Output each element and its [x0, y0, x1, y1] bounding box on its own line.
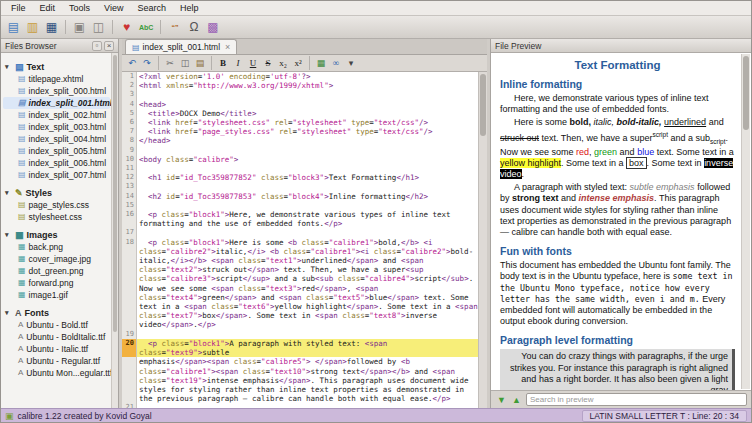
arrange-files-button[interactable]: ▩ — [204, 19, 221, 36]
code-line[interactable]: 4<head> — [122, 100, 478, 109]
preview-scrollbar[interactable] — [741, 54, 750, 389]
insert-special-character-icon: Ω — [189, 20, 198, 34]
code-editor[interactable]: 1<?xml version='1.0' encoding='utf-8'?>2… — [122, 72, 487, 408]
find-next-button[interactable]: ▲ — [510, 393, 523, 406]
create-checkpoint-button[interactable]: ▣ — [71, 19, 88, 36]
editor-scrollbar[interactable] — [478, 72, 487, 408]
code-line[interactable]: 1<?xml version='1.0' encoding='utf-8'?> — [122, 72, 478, 81]
file-item[interactable]: ▤index_split_006.html — [3, 157, 110, 169]
compare-book-icon: ◫ — [93, 20, 104, 34]
subscript-button[interactable]: x₂ — [276, 56, 290, 70]
close-tab-icon[interactable]: × — [225, 42, 230, 52]
find-previous-button[interactable]: ▼ — [495, 393, 508, 406]
files-scrollbar-thumb[interactable] — [113, 55, 117, 332]
main-toolbar: ▤▥▦▣◫♥AbC“”Ω▩ — [1, 16, 751, 39]
insert-tag-button[interactable]: ▾ — [344, 56, 358, 70]
file-item[interactable]: ▦back.png — [3, 241, 110, 253]
code-line[interactable]: 8</head> — [122, 136, 478, 145]
code-line[interactable]: 7 <link href="page_styles.css" rel="styl… — [122, 127, 478, 136]
close-panel-icon[interactable]: × — [104, 41, 114, 51]
menu-file[interactable]: File — [4, 2, 33, 14]
file-item[interactable]: ▦cover_image.jpg — [3, 253, 110, 265]
menu-tools[interactable]: Tools — [62, 2, 97, 14]
code-line[interactable]: 16 <p class="block1">Here, we demonstrat… — [122, 210, 478, 228]
html-file-icon: ▤ — [18, 122, 26, 132]
tree-section-fonts[interactable]: ▾AFonts — [3, 307, 110, 319]
file-item[interactable]: AUbuntu - Italic.ttf — [3, 343, 110, 355]
file-item[interactable]: ▦image1.gif — [3, 289, 110, 301]
underline-icon: U — [250, 58, 257, 68]
tree-section-styles[interactable]: ▾✎Styles — [3, 187, 110, 199]
code-line[interactable]: emphasis</span><span class="calibre5"> <… — [122, 357, 478, 403]
code-line[interactable]: 13 — [122, 182, 478, 191]
underline-button[interactable]: U — [246, 56, 260, 70]
spellcheck-button[interactable]: AbC — [137, 19, 155, 36]
insert-link-button[interactable]: ∞ — [329, 56, 343, 70]
undo-button[interactable]: ↶ — [125, 56, 139, 70]
bold-button[interactable]: B — [216, 56, 230, 70]
code-line[interactable]: 17 — [122, 228, 478, 237]
paste-button[interactable]: ▤ — [193, 56, 207, 70]
code-line[interactable]: 11 — [122, 164, 478, 173]
file-item[interactable]: ▤index_split_003.html — [3, 121, 110, 133]
file-item[interactable]: ▤stylesheet.css — [3, 211, 110, 223]
file-item[interactable]: ▤index_split_007.html — [3, 169, 110, 181]
insert-image-button[interactable]: ▦ — [314, 56, 328, 70]
superscript-button[interactable]: x² — [291, 56, 305, 70]
file-item[interactable]: ▤index_split_004.html — [3, 133, 110, 145]
file-item[interactable]: ▦dot_green.png — [3, 265, 110, 277]
italic-button[interactable]: I — [231, 56, 245, 70]
files-scrollbar[interactable] — [111, 53, 118, 408]
tab-index-split-001[interactable]: ▤ index_split_001.html × — [125, 39, 237, 54]
copy-button[interactable]: ◫ — [178, 56, 192, 70]
file-item[interactable]: ▤index_split_001.html — [3, 97, 110, 109]
preview-document[interactable]: Text FormattingInline formattingHere, we… — [491, 53, 751, 390]
menu-search[interactable]: Search — [130, 2, 173, 14]
tree-section-images[interactable]: ▾▦Images — [3, 229, 110, 241]
menu-edit[interactable]: Edit — [33, 2, 63, 14]
editor-scrollbar-thumb[interactable] — [480, 74, 486, 136]
file-item[interactable]: AUbuntu - BoldItalic.ttf — [3, 331, 110, 343]
tree-section-text[interactable]: ▾▤Text — [3, 61, 110, 73]
save-button[interactable]: ▦ — [43, 19, 60, 36]
status-left-text: calibre 1.22 created by Kovid Goyal — [18, 411, 152, 421]
code-line[interactable]: 14 <h2 id="id_Toc359877853" class="block… — [122, 192, 478, 201]
insert-special-character-button[interactable]: Ω — [185, 19, 202, 36]
code-line[interactable]: 9 — [122, 146, 478, 155]
code-line[interactable]: 15 — [122, 201, 478, 210]
code-line[interactable]: 10<body class="calibre"> — [122, 155, 478, 164]
smarten-punctuation-button[interactable]: “” — [166, 19, 183, 36]
file-item[interactable]: ▦forward.png — [3, 277, 110, 289]
file-item[interactable]: AUbuntu - Bold.ttf — [3, 319, 110, 331]
code-line[interactable]: 21 — [122, 403, 478, 408]
redo-icon: ↷ — [143, 58, 151, 68]
code-line[interactable]: 12 <h1 id="id_Toc359877852" class="block… — [122, 173, 478, 182]
new-file-button[interactable]: ▤ — [5, 19, 22, 36]
compare-book-button[interactable]: ◫ — [90, 19, 107, 36]
preview-search-input[interactable] — [526, 393, 747, 406]
file-item[interactable]: ▤titlepage.xhtml — [3, 73, 110, 85]
file-item[interactable]: AUbuntu - Regular.ttf — [3, 355, 110, 367]
preview-scrollbar-thumb[interactable] — [743, 56, 749, 130]
code-line[interactable]: 19 — [122, 330, 478, 339]
file-item[interactable]: ▤index_split_000.html — [3, 85, 110, 97]
strikethrough-button[interactable]: S — [261, 56, 275, 70]
donate-button[interactable]: ♥ — [118, 19, 135, 36]
file-item[interactable]: ▤page_styles.css — [3, 199, 110, 211]
code-line[interactable]: 20 <p class="block1">A paragraph with st… — [122, 339, 478, 357]
menu-help[interactable]: Help — [173, 2, 206, 14]
code-line[interactable]: 6 <link href="stylesheet.css" rel="style… — [122, 118, 478, 127]
file-item[interactable]: ▤index_split_005.html — [3, 145, 110, 157]
code-line[interactable]: 2<html xmlns="http://www.w3.org/1999/xht… — [122, 81, 478, 90]
subscript-icon: x₂ — [279, 58, 287, 68]
code-line[interactable]: 18 <p class="block1">Here is some <b cla… — [122, 238, 478, 330]
file-item[interactable]: ▤index_split_002.html — [3, 109, 110, 121]
menu-view[interactable]: View — [97, 2, 130, 14]
code-line[interactable]: 3 — [122, 90, 478, 99]
file-item[interactable]: AUbuntu Mon...egular.ttf — [3, 367, 110, 379]
redo-button[interactable]: ↷ — [140, 56, 154, 70]
float-panel-icon[interactable]: ▫ — [92, 41, 102, 51]
cut-button[interactable]: ✂ — [163, 56, 177, 70]
code-line[interactable]: 5 <title>DOCX Demo</title> — [122, 109, 478, 118]
open-book-button[interactable]: ▥ — [24, 19, 41, 36]
